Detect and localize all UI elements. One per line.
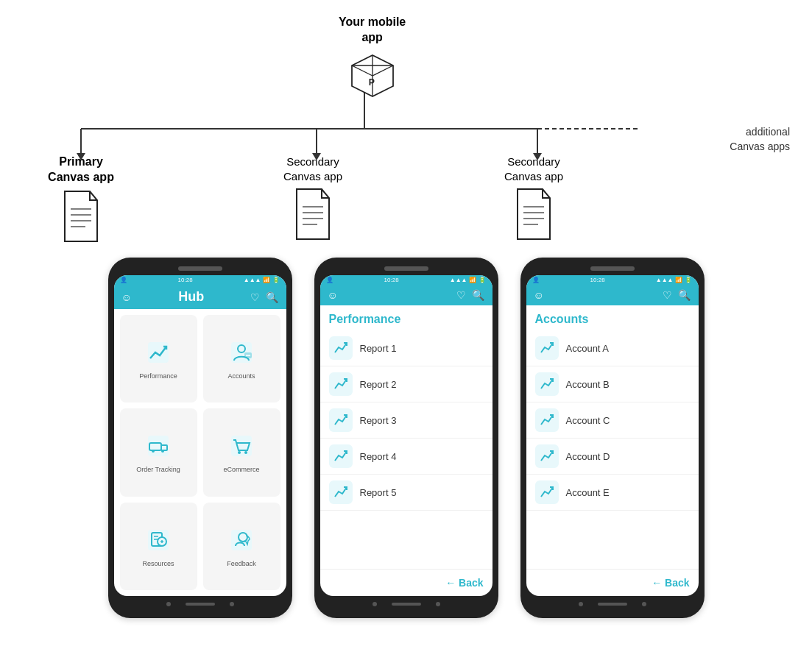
phone-bottom-perf bbox=[320, 596, 493, 608]
nav-recent-btn bbox=[230, 602, 234, 606]
secondary-canvas-node-1: SecondaryCanvas app bbox=[265, 155, 361, 241]
ecommerce-label: eCommerce bbox=[223, 466, 259, 473]
list-item-accountA[interactable]: Account A bbox=[526, 330, 699, 366]
report5-label: Report 5 bbox=[360, 487, 397, 498]
additional-canvas-label: additionalCanvas apps bbox=[730, 125, 790, 154]
nav-recent-btn-2 bbox=[436, 602, 440, 606]
search-icon-2: 🔍 bbox=[472, 289, 484, 301]
performance-section-title: Performance bbox=[320, 305, 493, 330]
accountE-label: Account E bbox=[566, 487, 610, 498]
ordertracking-icon bbox=[146, 434, 170, 461]
status-icons-perf: ▲▲▲ 📶 🔋 bbox=[450, 277, 487, 283]
accounts-back-button[interactable]: ← Back bbox=[526, 569, 699, 596]
accounts-icon bbox=[230, 341, 253, 368]
svg-point-39 bbox=[244, 451, 247, 454]
feedback-label: Feedback bbox=[227, 560, 256, 567]
performance-back-button[interactable]: ← Back bbox=[320, 569, 493, 596]
mobile-app-node: Your mobileapp P bbox=[339, 15, 406, 102]
list-item-report1[interactable]: Report 1 bbox=[320, 330, 493, 366]
hub-screen: 👤 10:28 ▲▲▲ 📶 🔋 ☺ Hub ♡ 🔍 bbox=[114, 275, 286, 596]
hub-header: ☺ Hub ♡ 🔍 bbox=[114, 285, 286, 309]
ordertracking-label: Order Tracking bbox=[136, 466, 180, 473]
secondary-label-1: SecondaryCanvas app bbox=[283, 155, 342, 183]
nav-back-btn-3 bbox=[579, 602, 583, 606]
performance-icon bbox=[146, 341, 170, 368]
report5-icon bbox=[329, 480, 353, 504]
battery-icon-3: 🔋 bbox=[685, 277, 692, 283]
phone-notch-hub bbox=[178, 266, 222, 271]
hub-tile-feedback[interactable]: Feedback bbox=[203, 503, 280, 590]
user-icon-3: ☺ bbox=[534, 289, 544, 301]
accounts-list: Account A Account B bbox=[526, 330, 699, 569]
phone-performance: 👤 10:28 ▲▲▲ 📶 🔋 ☺ ♡ 🔍 Performance bbox=[314, 258, 498, 618]
accountB-icon bbox=[535, 372, 559, 396]
list-item-report2[interactable]: Report 2 bbox=[320, 366, 493, 402]
report2-label: Report 2 bbox=[360, 379, 397, 390]
battery-icon-2: 🔋 bbox=[479, 277, 486, 283]
report1-icon bbox=[329, 336, 353, 360]
accounts-screen: 👤 10:28 ▲▲▲ 📶 🔋 ☺ ♡ 🔍 Accounts bbox=[526, 275, 699, 596]
user-icon-2: ☺ bbox=[328, 289, 338, 301]
resources-icon bbox=[146, 528, 170, 556]
nav-recent-btn-3 bbox=[642, 602, 646, 606]
phone-bottom-acc bbox=[526, 596, 699, 608]
report1-label: Report 1 bbox=[360, 343, 397, 354]
hub-tile-accounts[interactable]: Accounts bbox=[203, 315, 280, 402]
wifi-icon-3: 📶 bbox=[675, 277, 682, 283]
list-item-accountB[interactable]: Account B bbox=[526, 366, 699, 402]
list-item-accountD[interactable]: Account D bbox=[526, 439, 699, 475]
search-icon: 🔍 bbox=[266, 291, 278, 303]
list-item-report4[interactable]: Report 4 bbox=[320, 439, 493, 475]
resources-label: Resources bbox=[142, 560, 174, 567]
status-person-icon-3: 👤 bbox=[532, 277, 540, 283]
accountA-label: Account A bbox=[566, 343, 610, 354]
hub-tile-performance[interactable]: Performance bbox=[120, 315, 197, 402]
search-icon-3: 🔍 bbox=[678, 289, 691, 301]
report3-icon bbox=[329, 408, 353, 432]
hub-tile-resources[interactable]: Resources bbox=[120, 503, 197, 590]
status-time-hub: 10:28 bbox=[178, 277, 193, 283]
performance-list: Report 1 Report 2 bbox=[320, 330, 493, 569]
report2-icon bbox=[329, 372, 353, 396]
wifi-icon-2: 📶 bbox=[469, 277, 476, 283]
feedback-icon bbox=[230, 528, 253, 556]
list-item-report5[interactable]: Report 5 bbox=[320, 475, 493, 511]
report3-label: Report 3 bbox=[360, 415, 397, 426]
secondary-label-2: SecondaryCanvas app bbox=[504, 155, 563, 183]
mobile-app-label: Your mobileapp bbox=[339, 15, 406, 46]
hub-tile-ecommerce[interactable]: eCommerce bbox=[203, 408, 280, 496]
status-bar-perf: 👤 10:28 ▲▲▲ 📶 🔋 bbox=[320, 275, 493, 285]
list-item-accountC[interactable]: Account C bbox=[526, 402, 699, 439]
status-bar-acc: 👤 10:28 ▲▲▲ 📶 🔋 bbox=[526, 275, 699, 285]
status-person-icon-2: 👤 bbox=[326, 277, 333, 283]
phone-hub: 👤 10:28 ▲▲▲ 📶 🔋 ☺ Hub ♡ 🔍 bbox=[108, 258, 292, 618]
hub-grid: Performance Accounts bbox=[114, 309, 286, 596]
nav-home-bar-3 bbox=[598, 603, 627, 606]
signal-icon-3: ▲▲▲ bbox=[656, 277, 674, 283]
nav-home-bar-2 bbox=[392, 603, 421, 606]
accounts-header: ☺ ♡ 🔍 bbox=[526, 285, 699, 305]
ecommerce-icon bbox=[230, 434, 253, 461]
status-person-icon: 👤 bbox=[120, 277, 127, 283]
hub-header-icons: ♡ 🔍 bbox=[250, 291, 278, 303]
svg-point-35 bbox=[152, 450, 155, 453]
list-item-accountE[interactable]: Account E bbox=[526, 475, 699, 511]
battery-icon: 🔋 bbox=[272, 277, 280, 283]
bell-icon-3: ♡ bbox=[663, 289, 672, 301]
primary-label: PrimaryCanvas app bbox=[48, 155, 114, 185]
status-time-perf: 10:28 bbox=[384, 277, 399, 283]
nav-home-bar bbox=[186, 603, 215, 606]
accounts-section-title: Accounts bbox=[526, 305, 699, 330]
report4-icon bbox=[329, 444, 353, 468]
svg-point-36 bbox=[161, 450, 164, 453]
phone-accounts: 👤 10:28 ▲▲▲ 📶 🔋 ☺ ♡ 🔍 Accounts bbox=[520, 258, 705, 618]
accountC-icon bbox=[535, 408, 559, 432]
user-icon: ☺ bbox=[121, 291, 132, 303]
architecture-diagram: Your mobileapp P PrimaryCanvas app Secon… bbox=[0, 0, 812, 250]
svg-rect-27 bbox=[148, 342, 169, 363]
hub-tile-ordertracking[interactable]: Order Tracking bbox=[120, 408, 197, 496]
accountE-icon bbox=[535, 480, 559, 504]
list-item-report3[interactable]: Report 3 bbox=[320, 402, 493, 439]
accountD-label: Account D bbox=[566, 451, 610, 462]
svg-text:P: P bbox=[368, 77, 374, 88]
